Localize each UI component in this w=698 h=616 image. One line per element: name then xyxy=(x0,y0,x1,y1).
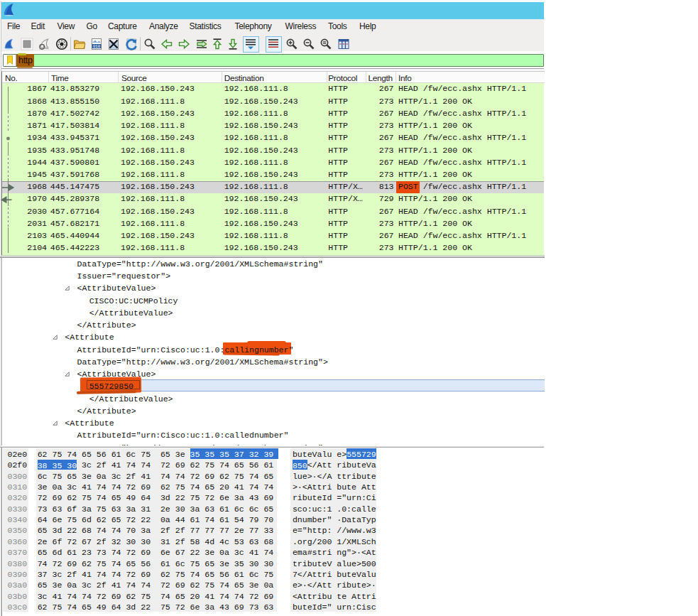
svg-text:010: 010 xyxy=(93,44,100,49)
